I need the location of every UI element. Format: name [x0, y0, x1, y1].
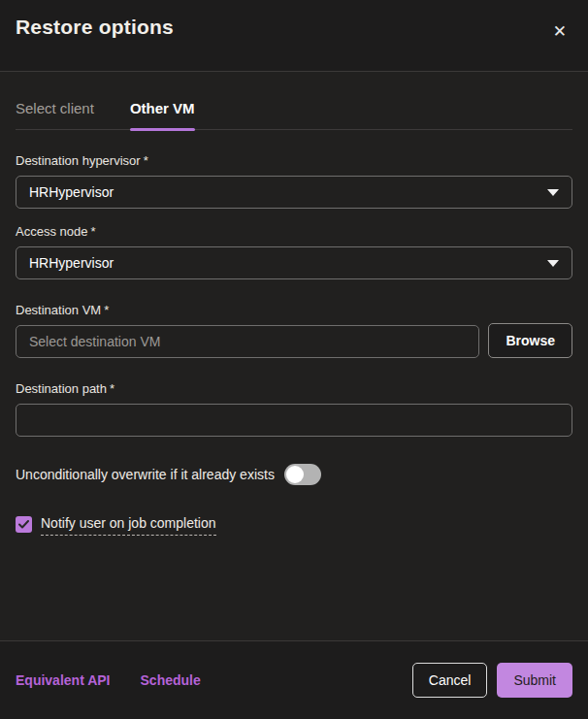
selected-value: HRHypervisor: [29, 184, 114, 200]
access-node-group: Access node* HRHypervisor: [16, 224, 572, 279]
overwrite-toggle[interactable]: [284, 464, 321, 485]
footer-actions: Cancel Submit: [412, 663, 572, 698]
page-title: Restore options: [16, 16, 174, 39]
notify-checkbox-label[interactable]: Notify user on job completion: [41, 515, 216, 536]
tab-select-client[interactable]: Select client: [16, 100, 94, 129]
access-node-select[interactable]: HRHypervisor: [16, 246, 572, 279]
destination-hypervisor-select[interactable]: HRHypervisor: [16, 176, 572, 209]
destination-hypervisor-label: Destination hypervisor*: [16, 153, 572, 168]
footer-links: Equivalent API Schedule: [16, 672, 201, 688]
destination-vm-group: Destination VM* Browse: [16, 303, 572, 358]
selected-value: HRHypervisor: [29, 255, 114, 271]
overwrite-toggle-row: Unconditionally overwrite if it already …: [16, 464, 572, 485]
tab-other-vm[interactable]: Other VM: [130, 100, 195, 129]
required-asterisk: *: [90, 224, 95, 239]
label-text: Destination path: [16, 381, 107, 396]
dialog-header: Restore options ✕: [0, 0, 588, 72]
required-asterisk: *: [104, 303, 109, 317]
access-node-label: Access node*: [16, 224, 572, 239]
dialog-footer: Equivalent API Schedule Cancel Submit: [0, 640, 588, 719]
equivalent-api-link[interactable]: Equivalent API: [16, 672, 111, 688]
label-text: Destination VM: [16, 303, 101, 317]
notify-checkbox-row: Notify user on job completion: [16, 515, 572, 536]
label-text: Destination hypervisor: [16, 153, 141, 168]
overwrite-toggle-label: Unconditionally overwrite if it already …: [16, 467, 275, 482]
destination-path-label: Destination path*: [16, 381, 572, 396]
restore-options-dialog: Restore options ✕ Select client Other VM…: [0, 0, 588, 719]
notify-checkbox[interactable]: [16, 516, 32, 533]
browse-button[interactable]: Browse: [488, 323, 572, 358]
chevron-down-icon: [547, 189, 559, 196]
required-asterisk: *: [144, 153, 148, 168]
chevron-down-icon: [547, 260, 559, 267]
toggle-knob: [286, 466, 304, 483]
close-icon[interactable]: ✕: [547, 17, 572, 46]
required-asterisk: *: [110, 381, 114, 396]
schedule-link[interactable]: Schedule: [141, 672, 201, 688]
cancel-button[interactable]: Cancel: [412, 663, 488, 698]
destination-vm-label: Destination VM*: [16, 303, 572, 317]
destination-vm-input[interactable]: [16, 325, 479, 358]
destination-path-group: Destination path*: [16, 381, 572, 437]
label-text: Access node: [16, 224, 87, 239]
destination-path-input[interactable]: [16, 404, 572, 437]
checkmark-icon: [18, 520, 29, 529]
dialog-body: Select client Other VM Destination hyper…: [0, 72, 588, 640]
destination-hypervisor-group: Destination hypervisor* HRHypervisor: [16, 153, 572, 209]
submit-button[interactable]: Submit: [497, 663, 572, 698]
tab-bar: Select client Other VM: [16, 100, 572, 130]
